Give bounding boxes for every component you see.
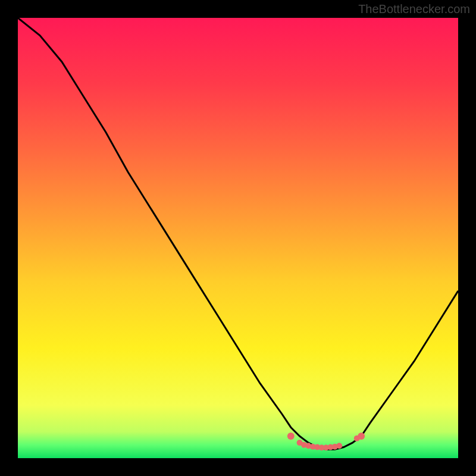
chart-svg <box>18 18 458 458</box>
marker-point <box>287 433 295 440</box>
watermark-text: TheBottlenecker.com <box>358 2 470 16</box>
marker-point <box>358 433 365 440</box>
chart-area <box>18 18 458 458</box>
marker-point <box>336 443 342 449</box>
